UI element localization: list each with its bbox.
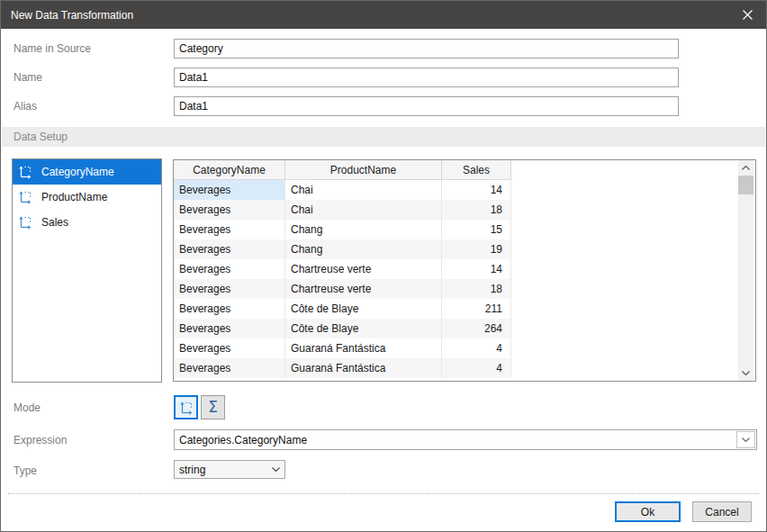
dimension-axes-icon [179,401,194,415]
table-cell[interactable]: 14 [442,180,511,200]
column-header-productname[interactable]: ProductName [285,160,442,180]
table-cell[interactable]: Côte de Blaye [285,319,442,338]
scrollbar-thumb[interactable] [738,176,753,194]
column-header-categoryname[interactable]: CategoryName [174,160,285,180]
preview-grid: CategoryNameProductNameSales BeveragesCh… [173,159,756,382]
field-list-item[interactable]: ProductName [13,185,161,210]
table-cell[interactable]: Guaraná Fantástica [285,358,442,378]
type-label: Type [14,464,37,477]
dimension-axes-icon [18,190,32,204]
field-list-item[interactable]: Sales [13,210,161,235]
grid-body: BeveragesChai14BeveragesChai18BeveragesC… [174,180,755,378]
dimension-mode-button[interactable] [174,395,198,419]
expression-label: Expression [14,434,67,446]
alias-label: Alias [14,100,37,113]
table-cell[interactable]: 4 [442,358,511,378]
table-row: BeveragesChartreuse verte14 [174,259,755,279]
table-cell[interactable]: Chai [285,200,442,220]
table-cell[interactable]: Chai [285,180,442,200]
table-cell[interactable]: 18 [442,200,511,220]
footer-separator [8,493,759,494]
field-list-item[interactable]: CategoryName [13,159,161,185]
grid-header-row: CategoryNameProductNameSales [174,160,755,180]
table-row: BeveragesChartreuse verte18 [174,279,755,299]
table-row: BeveragesChang15 [174,220,755,239]
dimension-axes-icon [18,215,32,230]
table-row: BeveragesGuaraná Fantástica4 [174,358,755,378]
close-button[interactable] [728,1,766,29]
ok-button[interactable]: Ok [615,501,681,522]
table-cell[interactable]: Côte de Blaye [285,299,442,319]
vertical-scrollbar[interactable] [738,160,753,381]
window-title: New Data Transformation [1,9,133,22]
alias-input[interactable] [174,96,679,116]
table-cell[interactable]: Chang [285,220,442,239]
table-cell[interactable]: Beverages [174,299,285,319]
scroll-up-button[interactable] [738,160,753,176]
field-list-item-label: CategoryName [41,166,114,178]
table-row: BeveragesChai18 [174,200,755,220]
data-setup-section-header: Data Setup [2,127,765,147]
chevron-down-icon [742,437,750,442]
type-value: string [175,464,266,476]
fields-list: CategoryName ProductName Sales [12,158,162,383]
table-cell[interactable]: 18 [442,279,511,299]
table-row: BeveragesChang19 [174,239,755,259]
summary-mode-button[interactable]: Σ [201,395,225,419]
table-cell[interactable]: Beverages [174,319,285,338]
name-label: Name [14,71,42,84]
sigma-icon: Σ [208,400,218,415]
table-cell[interactable]: Beverages [174,338,285,358]
table-cell[interactable]: 264 [442,319,511,338]
table-cell[interactable]: Beverages [174,200,285,220]
table-cell[interactable]: 4 [442,338,511,358]
table-cell[interactable]: Beverages [174,220,285,239]
field-list-item-label: Sales [41,216,68,229]
name-in-source-input[interactable] [174,39,679,59]
table-row: BeveragesGuaraná Fantástica4 [174,338,755,358]
expression-combo[interactable]: Categories.CategoryName [174,429,757,450]
chevron-down-icon [742,371,750,375]
table-cell[interactable]: 211 [442,299,511,319]
table-cell[interactable]: Beverages [174,180,285,200]
expression-dropdown-button[interactable] [736,431,755,448]
mode-label: Mode [14,401,41,414]
table-cell[interactable]: 19 [442,239,511,259]
chevron-down-icon [272,467,280,472]
data-setup-label: Data Setup [2,131,68,143]
table-cell[interactable]: Guaraná Fantástica [285,338,442,358]
titlebar[interactable]: New Data Transformation [1,1,766,29]
table-row: BeveragesCôte de Blaye211 [174,299,755,319]
field-list-item-label: ProductName [41,191,107,203]
table-cell[interactable]: 15 [442,220,511,239]
name-in-source-label: Name in Source [14,42,91,55]
chevron-up-icon [742,166,750,170]
table-cell[interactable]: Beverages [174,259,285,279]
table-cell[interactable]: Chang [285,239,442,259]
table-cell[interactable]: 14 [442,259,511,279]
table-cell[interactable]: Chartreuse verte [285,259,442,279]
table-row: BeveragesCôte de Blaye264 [174,319,755,338]
table-cell[interactable]: Beverages [174,358,285,378]
dimension-axes-icon [18,165,32,179]
scroll-down-button[interactable] [738,365,753,381]
table-row: BeveragesChai14 [174,180,755,200]
cancel-button[interactable]: Cancel [692,501,752,522]
table-cell[interactable]: Beverages [174,239,285,259]
expression-value: Categories.CategoryName [175,434,736,446]
column-header-sales[interactable]: Sales [442,160,511,180]
new-data-transformation-dialog: New Data Transformation Name in Source N… [0,0,767,532]
name-input[interactable] [174,68,679,87]
table-cell[interactable]: Beverages [174,279,285,299]
close-icon [743,10,753,20]
table-cell[interactable]: Chartreuse verte [285,279,442,299]
type-combo[interactable]: string [174,460,285,479]
